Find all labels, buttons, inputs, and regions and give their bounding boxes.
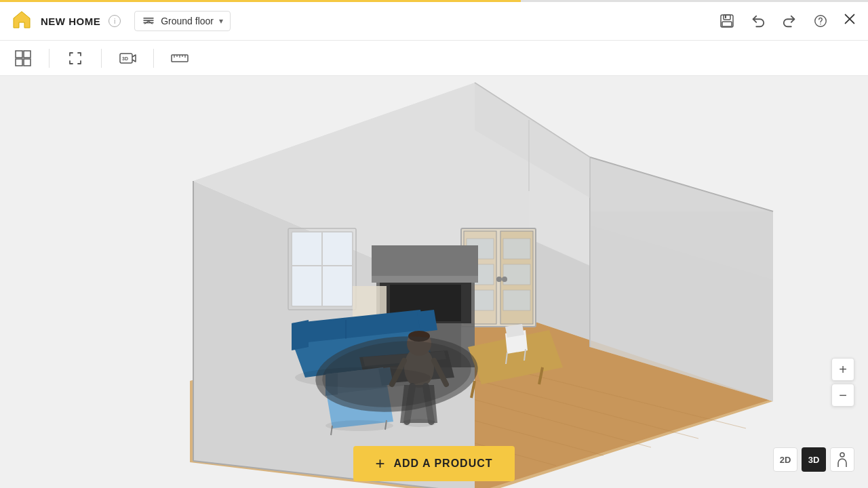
- header-right: [717, 12, 857, 30]
- zoom-in-button[interactable]: +: [831, 358, 854, 381]
- svg-marker-64: [292, 320, 309, 350]
- svg-point-98: [326, 420, 393, 431]
- svg-rect-5: [722, 22, 732, 26]
- toolbar: 3D: [0, 41, 868, 76]
- zoom-controls: + −: [831, 358, 854, 407]
- svg-rect-6: [725, 16, 726, 18]
- close-button[interactable]: [842, 12, 857, 30]
- svg-rect-1: [144, 18, 154, 19]
- save-button[interactable]: [717, 12, 736, 30]
- floor-label: Ground floor: [161, 16, 214, 26]
- info-icon[interactable]: i: [108, 15, 121, 27]
- svg-point-99: [402, 419, 436, 427]
- svg-point-8: [820, 24, 821, 24]
- camera-3d-button[interactable]: 3D: [115, 46, 140, 70]
- redo-button[interactable]: [780, 12, 799, 30]
- view-3d-button[interactable]: 3D: [802, 447, 826, 472]
- app-logo: [11, 9, 33, 33]
- svg-point-54: [502, 277, 507, 282]
- progress-bar: [0, 0, 868, 2]
- header: NEW HOME i Ground floor ▾: [0, 2, 868, 41]
- help-button[interactable]: [811, 12, 830, 30]
- person-view-button[interactable]: [830, 447, 854, 472]
- add-icon: +: [375, 454, 385, 473]
- svg-rect-10: [24, 51, 31, 58]
- svg-point-53: [496, 277, 502, 282]
- svg-text:3D: 3D: [122, 56, 128, 61]
- chevron-down-icon: ▾: [219, 16, 223, 26]
- toolbar-separator-3: [153, 49, 154, 68]
- svg-marker-59: [372, 276, 478, 283]
- header-left: NEW HOME i Ground floor ▾: [11, 9, 717, 33]
- svg-point-100: [840, 453, 844, 457]
- svg-rect-51: [503, 264, 530, 285]
- add-product-label: ADD A PRODUCT: [393, 458, 492, 470]
- add-product-button[interactable]: + ADD A PRODUCT: [353, 446, 514, 481]
- measure-button[interactable]: [167, 46, 192, 70]
- toolbar-separator-2: [101, 49, 102, 68]
- svg-rect-52: [503, 290, 530, 310]
- view-2d-button[interactable]: 2D: [773, 447, 797, 472]
- undo-button[interactable]: [749, 12, 768, 30]
- toolbar-separator: [49, 49, 50, 68]
- svg-marker-65: [417, 310, 437, 332]
- grid-tool-button[interactable]: [11, 46, 35, 70]
- app-title: NEW HOME: [41, 16, 100, 27]
- svg-rect-4: [724, 15, 730, 20]
- fullscreen-button[interactable]: [63, 46, 87, 70]
- svg-rect-50: [503, 239, 530, 259]
- svg-rect-9: [16, 51, 22, 58]
- svg-marker-60: [372, 245, 478, 276]
- svg-rect-11: [16, 59, 22, 66]
- canvas-area[interactable]: [0, 76, 868, 488]
- svg-rect-12: [24, 59, 31, 66]
- svg-point-97: [295, 367, 431, 388]
- floor-selector[interactable]: Ground floor ▾: [134, 11, 231, 31]
- room-scene: [0, 76, 868, 488]
- zoom-out-button[interactable]: −: [831, 384, 854, 407]
- view-mode-controls: 2D 3D: [773, 447, 854, 472]
- bottom-bar: + ADD A PRODUCT: [0, 439, 868, 488]
- svg-point-7: [815, 16, 827, 27]
